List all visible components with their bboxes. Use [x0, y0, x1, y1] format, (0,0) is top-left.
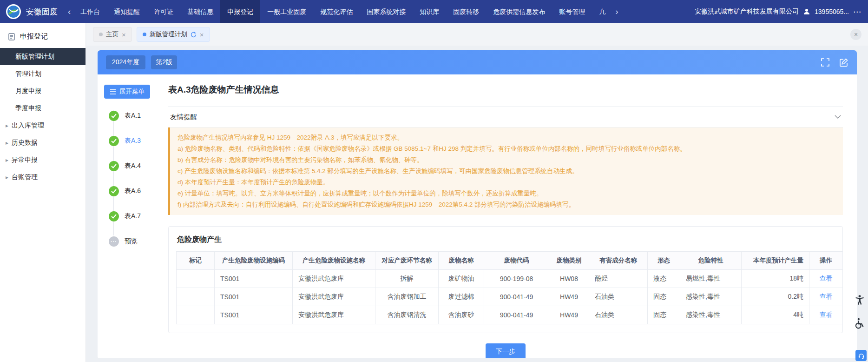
- tab-status-dot: [143, 33, 146, 36]
- close-icon[interactable]: ×: [122, 31, 126, 38]
- cell-actions: 查看: [809, 306, 843, 324]
- sidebar-item[interactable]: 管理计划: [0, 65, 85, 82]
- column-header: 操作: [809, 252, 843, 270]
- sidebar-item[interactable]: ▸历史数据: [0, 134, 85, 151]
- step-item[interactable]: 表A.6: [104, 179, 167, 204]
- fullscreen-icon[interactable]: [821, 58, 830, 67]
- sidebar-item[interactable]: ▸出入库管理: [0, 117, 85, 134]
- brand-title: 安徽固废: [26, 7, 58, 17]
- edit-icon[interactable]: [839, 58, 848, 67]
- step-label: 表A.6: [125, 187, 141, 195]
- view-link[interactable]: 查看: [820, 293, 833, 300]
- nav-item[interactable]: 工作台: [73, 0, 107, 23]
- tab-label: 主页: [106, 30, 118, 39]
- notice-line: a) 危险废物名称、类别、代码和危险特性：依据《国家危险废物名录》或根据 GB …: [178, 143, 835, 154]
- nav-item[interactable]: 一般工业固废: [260, 0, 313, 23]
- expand-menu-button[interactable]: 展开菜单: [104, 85, 150, 99]
- chevron-down-icon: [835, 115, 841, 119]
- view-link[interactable]: 查看: [820, 275, 833, 282]
- sidebar-item[interactable]: 季度申报: [0, 100, 85, 117]
- notice-line: e) 计量单位：填写吨。以升、立方米等体积计量的，应折算成重量吨；以个数作为计量…: [178, 188, 835, 199]
- nav-item[interactable]: 固废转移: [446, 0, 486, 23]
- table-header-row: 标记产生危险废物设施编码产生危险废物设施名称对应产废环节名称废物名称废物代码废物…: [177, 252, 843, 270]
- nav-item[interactable]: 账号管理: [552, 0, 592, 23]
- tab-label: 新版管理计划: [150, 30, 187, 39]
- sidebar-item[interactable]: ▸台账管理: [0, 168, 85, 186]
- close-all-tabs-icon[interactable]: ×: [850, 29, 861, 40]
- column-header: 本年度预计产生量: [742, 252, 809, 270]
- year-badge[interactable]: 2024年度: [106, 55, 145, 69]
- nav-item[interactable]: 国家系统对接: [360, 0, 413, 23]
- floating-assist-icon[interactable]: [854, 317, 866, 331]
- form-icon: [7, 33, 16, 41]
- sidebar-item[interactable]: 新版管理计划: [0, 48, 85, 65]
- cell: HW08: [549, 270, 589, 288]
- cell: 易燃性,毒性: [680, 270, 742, 288]
- nav-scroll-left-icon[interactable]: ‹: [65, 0, 73, 23]
- notice-line: c) 产生危险废物设施名称和编码：依据本标准第 5.4.2 部分填写的生产设施名…: [178, 166, 835, 177]
- step-item[interactable]: 表A.3: [104, 128, 167, 154]
- view-link[interactable]: 查看: [820, 311, 833, 318]
- form-area: 表A.3危险废物产生情况信息 友情提醒 危险废物产生情况填写内容参见 HJ 12…: [167, 74, 857, 358]
- tab[interactable]: 主页×: [93, 27, 132, 42]
- floating-accessibility-icon[interactable]: [854, 294, 866, 308]
- cell: 安徽洪武危废库: [293, 306, 375, 324]
- step-label: 表A.1: [125, 112, 141, 120]
- cell: TS001: [215, 306, 293, 324]
- nav-item[interactable]: 知识库: [413, 0, 446, 23]
- user-icon[interactable]: [803, 8, 810, 15]
- step-label: 表A.4: [125, 162, 141, 170]
- version-badge[interactable]: 第2版: [151, 55, 177, 69]
- sidebar-item-label: 异常申报: [12, 156, 38, 164]
- waste-table: 标记产生危险废物设施编码产生危险废物设施名称对应产废环节名称废物名称废物代码废物…: [176, 251, 843, 324]
- nav-item[interactable]: 危废供需信息发布: [486, 0, 552, 23]
- tab[interactable]: 新版管理计划×: [137, 27, 210, 42]
- column-header: 形态: [648, 252, 680, 270]
- step-item[interactable]: 表A.1: [104, 103, 167, 128]
- form-title: 表A.3危险废物产生情况信息: [168, 84, 843, 96]
- step-label: 表A.7: [125, 212, 141, 221]
- sidebar-item[interactable]: ▸异常申报: [0, 151, 85, 168]
- sidebar-item-label: 新版管理计划: [15, 53, 54, 61]
- nav-scroll-right-icon[interactable]: ›: [612, 0, 621, 23]
- waste-production-section: 危险废物产生 标记产生危险废物设施编码产生危险废物设施名称对应产废环节名称废物名…: [168, 226, 843, 333]
- sidebar-item[interactable]: 月度申报: [0, 82, 85, 100]
- top-navbar: 安徽固废 ‹ 工作台通知提醒许可证基础信息申报登记一般工业固废规范化评估国家系统…: [0, 0, 868, 23]
- step-list: 表A.1表A.3表A.4表A.6表A.7···预览: [104, 103, 167, 254]
- cell: 固态: [648, 288, 680, 306]
- cell: 感染性,毒性: [680, 306, 742, 324]
- nav-item[interactable]: 规范化评估: [313, 0, 360, 23]
- notice-line: f) 内部治理方式及去向：自行利用设施编码、自行处置设施编码和贮存设施编码依据H…: [178, 199, 835, 210]
- column-header: 废物名称: [439, 252, 484, 270]
- caret-right-icon: ▸: [6, 122, 8, 129]
- nav-item[interactable]: 许可证: [147, 0, 180, 23]
- step-status-icon: [109, 161, 119, 171]
- nav-item[interactable]: 基础信息: [180, 0, 220, 23]
- step-label: 预览: [125, 237, 138, 246]
- column-header: 废物类别: [549, 252, 589, 270]
- step-item[interactable]: 表A.4: [104, 154, 167, 179]
- step-item[interactable]: ···预览: [104, 229, 167, 254]
- cell: 4吨: [742, 306, 809, 324]
- sidebar-item-label: 出入库管理: [12, 121, 44, 130]
- next-button[interactable]: 下一步: [486, 343, 526, 358]
- cell: 安徽洪武危废库: [293, 288, 375, 306]
- more-menu-icon[interactable]: ⋯: [853, 7, 861, 17]
- step-status-icon: [109, 211, 119, 221]
- floating-service-icon[interactable]: [855, 350, 867, 361]
- cell: 石油类: [589, 288, 648, 306]
- cell: 石油类: [589, 306, 648, 324]
- reminder-collapse-header[interactable]: 友情提醒: [168, 106, 843, 127]
- nav-item[interactable]: 通知提醒: [107, 0, 147, 23]
- app-logo: [6, 4, 21, 20]
- caret-right-icon: ▸: [6, 157, 8, 163]
- step-item[interactable]: 表A.7: [104, 204, 167, 229]
- nav-item[interactable]: 申报登记: [220, 0, 260, 23]
- reminder-title: 友情提醒: [170, 113, 197, 121]
- refresh-icon[interactable]: [191, 32, 197, 38]
- column-header: 有害成分名称: [589, 252, 648, 270]
- caret-right-icon: ▸: [6, 174, 8, 181]
- close-icon[interactable]: ×: [200, 31, 204, 38]
- table-row: TS001安徽洪武危废库拆解废矿物油900-199-08HW08酚烃液态易燃性,…: [177, 270, 843, 288]
- nav-item[interactable]: 凢: [592, 0, 612, 23]
